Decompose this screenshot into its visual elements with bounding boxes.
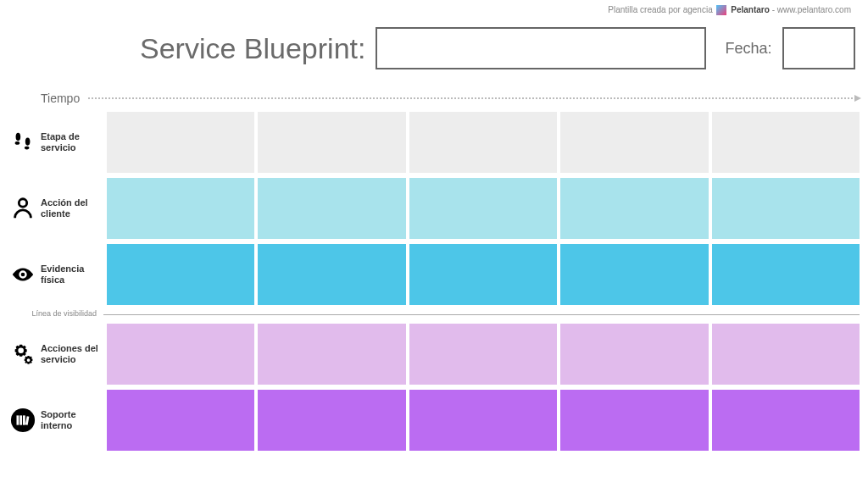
cell[interactable] — [107, 244, 254, 305]
tiempo-label: Tiempo — [41, 92, 80, 105]
svg-point-1 — [21, 273, 25, 277]
cells-servicio — [107, 324, 860, 385]
cells-accion — [107, 178, 860, 239]
cell[interactable] — [258, 244, 405, 305]
row-label-soporte: Soporte interno — [8, 390, 103, 451]
cell[interactable] — [409, 244, 557, 305]
page-title: Service Blueprint: — [140, 32, 365, 65]
row-label-etapa: Etapa de servicio — [8, 112, 103, 173]
cell[interactable] — [712, 244, 860, 305]
footprints-icon — [10, 130, 36, 155]
cell[interactable] — [560, 178, 708, 239]
fecha-label: Fecha: — [725, 40, 771, 58]
visibility-divider — [103, 314, 860, 315]
visibility-label: Línea de visibilidad — [8, 310, 103, 319]
row-label-text: Soporte interno — [41, 409, 103, 431]
cell[interactable] — [712, 178, 860, 239]
cell[interactable] — [258, 324, 405, 385]
row-label-text: Acción del cliente — [41, 197, 103, 219]
cells-evidencia — [107, 244, 860, 305]
cell[interactable] — [712, 390, 860, 451]
cell[interactable] — [258, 390, 405, 451]
eye-icon — [10, 262, 36, 287]
row-label-text: Acciones del servicio — [41, 343, 103, 365]
tiempo-axis: Tiempo — [41, 92, 860, 105]
cell[interactable] — [409, 390, 557, 451]
attribution-brand: Pelantaro — [731, 5, 770, 14]
row-soporte: Soporte interno — [8, 390, 860, 451]
cells-soporte — [107, 390, 860, 451]
cell[interactable] — [712, 324, 860, 385]
row-label-servicio: Acciones del servicio — [8, 324, 103, 385]
attribution-url: - www.pelantaro.com — [772, 5, 851, 14]
cells-etapa — [107, 112, 860, 173]
brand-logo-icon — [716, 5, 726, 15]
blueprint-grid: Etapa de servicio Acción del cliente — [8, 112, 860, 480]
attribution-prefix: Plantilla creada por agencia — [608, 5, 712, 14]
visibility-line: Línea de visibilidad — [8, 307, 860, 322]
gears-icon — [10, 341, 36, 367]
row-label-text: Evidencia física — [41, 263, 103, 286]
cell[interactable] — [409, 112, 557, 173]
row-servicio: Acciones del servicio — [8, 324, 860, 385]
row-evidencia: Evidencia física — [8, 244, 860, 305]
cell[interactable] — [107, 112, 254, 173]
svg-rect-5 — [23, 415, 25, 424]
attribution: Plantilla creada por agencia Pelantaro -… — [608, 5, 851, 15]
cell[interactable] — [712, 112, 860, 173]
row-label-text: Etapa de servicio — [41, 131, 103, 153]
cell[interactable] — [258, 178, 405, 239]
row-accion: Acción del cliente — [8, 178, 860, 239]
row-label-accion: Acción del cliente — [8, 178, 103, 239]
row-etapa: Etapa de servicio — [8, 112, 860, 173]
arrow-right-icon — [88, 97, 860, 99]
cell[interactable] — [258, 112, 405, 173]
fecha-input[interactable] — [782, 27, 855, 69]
cell[interactable] — [560, 244, 708, 305]
cell[interactable] — [107, 178, 254, 239]
header: Service Blueprint: Fecha: — [0, 27, 868, 69]
cell[interactable] — [560, 390, 708, 451]
cell[interactable] — [560, 324, 708, 385]
cell[interactable] — [107, 324, 254, 385]
svg-point-0 — [19, 199, 26, 207]
cell[interactable] — [409, 178, 557, 239]
row-label-evidencia: Evidencia física — [8, 244, 103, 305]
cell[interactable] — [409, 324, 557, 385]
cell[interactable] — [107, 390, 254, 451]
svg-rect-3 — [17, 415, 19, 424]
library-icon — [10, 408, 36, 433]
svg-rect-4 — [19, 415, 22, 424]
person-icon — [10, 196, 36, 221]
cell[interactable] — [560, 112, 708, 173]
title-input[interactable] — [376, 27, 706, 69]
